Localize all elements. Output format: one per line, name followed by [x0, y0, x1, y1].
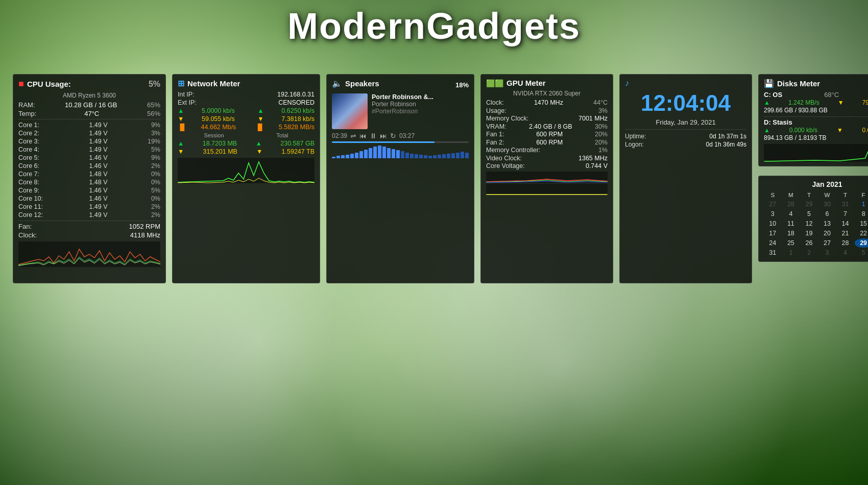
pause-icon[interactable]: ⏸	[370, 132, 377, 140]
disk-chart	[764, 144, 868, 162]
fan-row: Fan: 1052 RPM	[18, 223, 160, 230]
audio-bar-segment	[447, 154, 450, 158]
repeat-icon[interactable]: ↻	[390, 132, 396, 140]
next-icon[interactable]: ⏭	[380, 132, 387, 140]
calendar-day: 27	[818, 238, 836, 248]
clock-widget: ♪ 12:04:04 Friday, Jan 29, 2021 Uptime: …	[619, 74, 752, 283]
cpu-widget: ■ CPU Usage: 5% AMD Ryzen 5 3600 RAM: 10…	[13, 74, 166, 283]
audio-bar-segment	[415, 154, 418, 158]
calendar-header: W	[818, 191, 836, 199]
audio-bar-segment	[373, 147, 377, 158]
audio-bar-segment	[392, 149, 395, 158]
calendar-day: 4	[782, 209, 800, 219]
prev-icon[interactable]: ⏮	[359, 132, 367, 140]
calendar-day: 3	[818, 248, 836, 257]
network-icon: ⊞	[178, 79, 184, 88]
gpu-model: NVIDIA RTX 2060 Super	[486, 90, 608, 97]
audio-bar-segment	[451, 153, 455, 158]
calendar-day: 5	[800, 209, 818, 219]
gpu-memctrl-row: Memory Controller: 1%	[486, 147, 608, 154]
core-row: Core 12:1.49 V2%	[18, 211, 160, 219]
calendar-day: 12	[800, 219, 818, 228]
calendar-day: 22	[855, 229, 868, 238]
gpu-fan2-row: Fan 2: 600 RPM 20%	[486, 139, 608, 146]
calendar-day: 28	[782, 200, 800, 209]
divider2	[18, 221, 160, 221]
upload-row1: ▲ 5.0000 kb/s ▲ 0.6250 kb/s	[178, 107, 315, 114]
progress-row: 02:39 ⇌ ⏮ ⏸ ⏭ ↻ 03:27	[332, 132, 469, 140]
cpu-title: ■ CPU Usage: 5%	[18, 79, 160, 89]
calendar-day: 29	[855, 238, 868, 248]
gpu-memclock-row: Memory Clock: 7001 MHz	[486, 115, 608, 122]
audio-bar-segment	[456, 153, 460, 158]
disk-cal-column: 💾 Disks Meter C: OS 68°C 0% ▲ 1.242 MB/s…	[758, 74, 868, 283]
audio-bar-segment	[465, 153, 469, 158]
session-total: Session Total	[178, 132, 315, 138]
calendar-day: 28	[836, 238, 854, 248]
disk-d-io: ▲ 0.000 kb/s ▼ 0.000 kb/s	[764, 127, 868, 134]
clock-row: Clock: 4118 MHz	[18, 231, 160, 239]
disk-c-space: 299.66 GB / 930.88 GB 32%	[764, 107, 868, 114]
audio-bar-segment	[359, 151, 363, 158]
gadgets-container: ■ CPU Usage: 5% AMD Ryzen 5 3600 RAM: 10…	[13, 74, 855, 283]
network-title: ⊞ Network Meter	[178, 79, 315, 88]
audio-bar-segment	[438, 155, 441, 158]
calendar-day: 6	[818, 209, 836, 219]
audio-bar-segment	[332, 157, 335, 158]
calendar-day: 1	[855, 200, 868, 209]
calendar-header: S	[764, 191, 782, 199]
calendar-day: 25	[782, 238, 800, 248]
audio-bar-segment	[350, 154, 354, 158]
calendar-day: 7	[836, 209, 854, 219]
divider	[18, 119, 160, 119]
gpu-charts	[486, 172, 608, 195]
calendar-day: 5	[855, 248, 868, 257]
audio-bar-segment	[369, 148, 372, 158]
calendar-day: 4	[836, 248, 854, 257]
progress-track	[332, 141, 469, 143]
calendar-header: F	[855, 191, 868, 199]
core-row: Core 4:1.49 V5%	[18, 146, 160, 154]
audio-title: 🔈 Speakers	[332, 79, 379, 88]
audio-bar-segment	[405, 153, 409, 158]
calendar-title: Jan 2021	[764, 180, 868, 188]
track-text: Porter Robinson &... Porter Robinson #Po…	[372, 93, 433, 115]
audio-bar-segment	[401, 151, 404, 158]
calendar-widget: Jan 2021 SMTWTFS272829303112345678910111…	[758, 176, 868, 262]
audio-bar-segment	[428, 156, 432, 158]
progress-fill	[332, 141, 435, 143]
logon-row: Logon: 0d 1h 36m 49s	[625, 141, 746, 148]
core-row: Core 6:1.46 V2%	[18, 162, 160, 170]
audio-bar-segment	[387, 148, 391, 158]
cpu-model: AMD Ryzen 5 3600	[18, 92, 160, 99]
calendar-day: 26	[800, 238, 818, 248]
core-row: Core 7:1.48 V0%	[18, 170, 160, 178]
core-row: Core 2:1.49 V3%	[18, 129, 160, 137]
gpu-widget: 🟩🟩 GPU Meter NVIDIA RTX 2060 Super Clock…	[480, 74, 613, 283]
core-row: Core 5:1.46 V9%	[18, 154, 160, 162]
disk-c-header: C: OS 68°C 0%	[764, 91, 868, 99]
calendar-day: 11	[782, 219, 800, 228]
audio-bar-segment	[346, 155, 349, 158]
calendar-day: 20	[818, 229, 836, 238]
clock-date: Friday, Jan 29, 2021	[625, 118, 746, 126]
gpu-videoclock-row: Video Clock: 1365 MHz	[486, 155, 608, 162]
calendar-day: 29	[800, 200, 818, 209]
calendar-day: 3	[764, 209, 782, 219]
gpu-corevolt-row: Core Voltage: 0.744 V	[486, 162, 608, 169]
progress-bar-container	[332, 141, 469, 143]
core-row: Core 11:1.49 V2%	[18, 203, 160, 211]
calendar-header: T	[800, 191, 818, 199]
app-title: ModernGadgets	[0, 5, 868, 47]
album-art	[332, 93, 368, 129]
audio-bar-segment	[336, 156, 340, 158]
disk-icon: 💾	[764, 79, 774, 88]
calendar-day: 24	[764, 238, 782, 248]
calendar-day: 19	[800, 229, 818, 238]
audio-bar-segment	[378, 146, 381, 158]
speaker-icon: 🔈	[332, 79, 342, 88]
audio-bar-segment	[433, 155, 437, 158]
disk-d-header: D: Stasis 0%	[764, 118, 868, 126]
shuffle-icon[interactable]: ⇌	[350, 132, 356, 140]
calendar-day: 2	[800, 248, 818, 257]
